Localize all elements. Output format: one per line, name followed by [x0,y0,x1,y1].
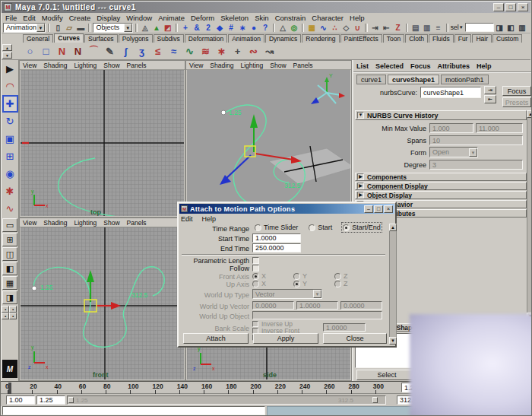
expand-arrow-icon[interactable]: ▶ [357,183,364,189]
world-up-vector-x-field[interactable]: 0.0000 [252,301,294,310]
lasso-tool[interactable]: ◠ [2,78,18,95]
world-up-object-field[interactable] [252,311,382,319]
parametric-length-checkbox[interactable] [252,257,259,264]
cv-curve-icon[interactable]: N [71,44,85,59]
radio-option[interactable]: X [252,272,266,280]
collapsed-section[interactable]: ▶ Object Display [355,191,527,199]
menu-item[interactable]: Help [350,14,365,22]
chevron-down-icon[interactable]: ▼ [469,148,477,157]
follow-checkbox[interactable] [252,265,259,272]
shelf-tab[interactable]: Fluids [429,34,454,43]
nurbs-square-icon[interactable]: □ [39,44,53,59]
misc-mask-icon[interactable]: ? [260,23,271,33]
timeline-tick[interactable]: 240 [299,383,324,394]
lasso-mask-icon[interactable]: & [192,23,202,33]
select-object-icon[interactable]: ▲ [151,23,162,33]
tool-settings-toggle-icon[interactable]: ◧ [505,23,516,33]
menu-item[interactable]: Display [97,14,120,22]
chevron-down-icon[interactable]: ▼ [313,290,321,298]
apply-button[interactable]: Apply [253,333,318,344]
shelf-menu-widget[interactable]: ▲ ▼ [2,43,19,59]
shelf-tab[interactable]: Cloth [405,34,428,43]
viewport-menu-item[interactable]: Lighting [240,62,263,69]
timeline-tick[interactable]: 280 [349,383,373,394]
input-connections-icon[interactable]: ⇥ [370,23,381,33]
select-hierarchy-icon[interactable]: ◬ [140,23,150,33]
shelf-tab[interactable]: Rendering [302,34,339,43]
max-value-field[interactable]: 11.000 [476,123,523,133]
attach-button[interactable]: Attach [183,333,249,344]
show-input-icon[interactable]: ⇥ [484,86,496,94]
insert-knot-icon[interactable]: ∗ [214,44,229,59]
scroll-down-icon[interactable]: ▼ [527,313,532,320]
dynamics-mask-icon[interactable]: ∗ [237,23,248,33]
menu-item[interactable]: List [356,62,369,71]
menu-item[interactable]: Constrain [275,14,306,22]
viewport-menu-item[interactable]: View [189,62,203,69]
shelf-tab[interactable]: Dynamics [265,34,301,43]
hypershade-layout-button[interactable]: ▦ [2,276,17,290]
menu-item[interactable]: Help [477,62,492,71]
world-up-vector-z-field[interactable]: 0.0000 [340,301,382,310]
snap-curve-icon[interactable]: ∿ [318,23,328,33]
nurbs-circle-icon[interactable]: ○ [23,44,37,59]
dialog-close-icon[interactable]: × [384,205,393,213]
radio-option[interactable]: Start/End [343,224,381,231]
timeline-tick[interactable]: 120 [153,383,177,394]
dialog-maximize-button[interactable]: □ [374,205,383,213]
curve-fillet-icon[interactable]: ʃ [119,44,133,59]
radio-option[interactable]: X [252,280,266,287]
section-nurbs-curve-history[interactable]: ▼ NURBS Curve History [355,110,527,120]
viewport-menu-item[interactable]: View [23,219,36,227]
channel-box-toggle-icon[interactable]: ▥ [517,23,527,33]
rendering-mask-icon[interactable]: ● [249,23,259,33]
degree-field[interactable]: 3 [429,160,523,170]
menu-item[interactable]: Focus [410,62,431,71]
mini-layout-button[interactable]: ▪ [2,313,9,319]
deform-mask-icon[interactable]: # [226,23,236,33]
viewport-top-canvas[interactable]: y x top [21,70,184,216]
shelf-up-button[interactable]: ▲ [2,44,12,51]
world-up-vector-y-field[interactable]: 1.0000 [296,301,338,310]
close-button[interactable]: Close [323,333,387,344]
show-output-icon[interactable]: ⇤ [484,95,496,103]
collapsed-section[interactable]: ▶ Components [355,173,527,181]
playback-start-field[interactable]: 1.25 [36,395,65,405]
dialog-scrollbar[interactable] [389,224,397,345]
snap-grid-icon[interactable]: ▦ [306,23,317,33]
timeline-tick[interactable]: 200 [251,383,275,394]
persp-outliner-layout-button[interactable]: ◫ [2,247,17,261]
menu-item[interactable]: Help [202,215,217,223]
node-tab[interactable]: curve1 [356,75,386,84]
universal-manipulator-tool[interactable]: ⊞ [2,148,18,165]
mini-layout-button[interactable]: ▪ [2,306,9,313]
scroll-up-icon[interactable]: ▲ [389,224,397,231]
scroll-down-icon[interactable]: ▼ [389,337,397,345]
viewport-menu-item[interactable]: Show [103,219,119,227]
mini-layout-button[interactable]: ▪ [9,313,17,319]
select-tool[interactable]: ▶ [2,60,18,78]
shelf-tab[interactable]: Custom [492,34,522,43]
min-value-field[interactable]: 1.000 [429,123,473,133]
snap-plane-icon[interactable]: ◇ [340,23,351,33]
menu-item[interactable]: Skeleton [220,14,249,22]
menu-item[interactable]: File [5,14,17,22]
selection-mask-select[interactable]: Objects▼ [93,23,132,33]
nurbs-curve-name-field[interactable]: curveShape1 [420,87,481,98]
attach-curve-icon[interactable]: ≈ [166,44,181,59]
timeline-tick[interactable]: 180 [226,383,250,394]
soft-modification-tool[interactable]: ◉ [2,165,18,183]
minimize-button[interactable]: – [493,3,504,11]
last-tool[interactable]: ∿ [2,200,18,218]
timeline-tick[interactable]: 300 [373,383,397,394]
radio-option[interactable]: Z [334,280,348,287]
motion-path-curve[interactable] [34,267,165,348]
detach-curve-icon[interactable]: ∿ [182,44,197,59]
timeline-tick[interactable]: 260 [324,383,348,394]
make-live-icon[interactable]: ∪ [352,23,363,33]
ep-curve-icon[interactable]: N [55,44,69,59]
radio-option[interactable]: Start [309,224,332,231]
attribute-editor-toggle-icon[interactable]: ◨ [494,23,505,33]
timeline-tick[interactable]: 80 [103,383,128,394]
menu-item[interactable]: Edit [181,215,193,223]
